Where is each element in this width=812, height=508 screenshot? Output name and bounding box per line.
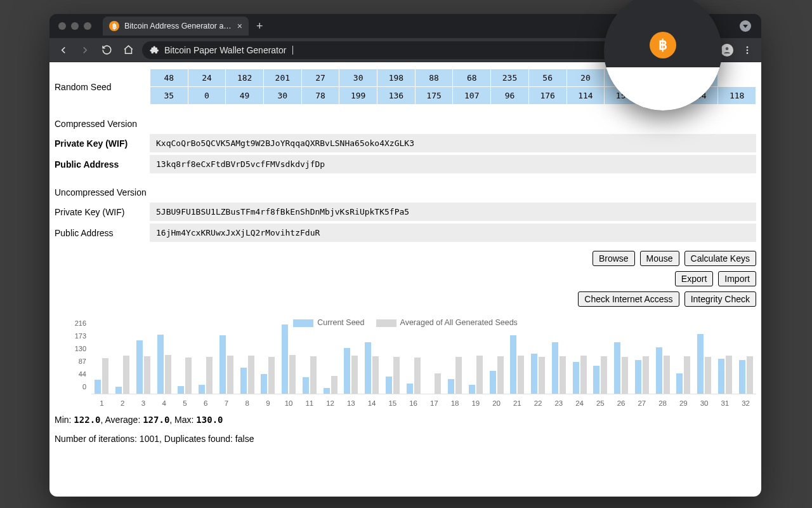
bar-current-seed: [490, 371, 496, 394]
bar-group: [299, 356, 320, 394]
bar-current-seed: [344, 348, 350, 394]
seed-cell: 88: [415, 69, 453, 87]
bar-averaged-seed: [289, 355, 296, 394]
reload-button[interactable]: [99, 43, 114, 58]
bar-averaged-seed: [144, 356, 150, 394]
y-tick: 44: [79, 370, 86, 378]
bar-current-seed: [199, 385, 205, 394]
bar-current-seed: [676, 373, 683, 394]
bar-current-seed: [365, 342, 371, 394]
calculate-keys-button[interactable]: Calculate Keys: [684, 251, 756, 266]
browser-tab[interactable]: ฿ Bitcoin Address Generator and ×: [103, 17, 249, 36]
compressed-private-key-value[interactable]: KxqCoQrBo5QCVK5AMgt9W2BJoYRqqaQXRBvLSNHa…: [150, 134, 756, 152]
close-window-icon[interactable]: [58, 22, 66, 30]
x-tick: 10: [278, 399, 299, 407]
uncompressed-public-address-value[interactable]: 16jHm4YcxKRUwxJxXjLQ2rMovihtzFduR: [150, 224, 756, 242]
bar-group: [258, 357, 278, 394]
x-tick: 7: [216, 399, 237, 407]
seed-cell: 107: [453, 87, 491, 105]
menu-button[interactable]: [740, 43, 755, 58]
y-tick: 173: [75, 332, 86, 340]
bar-averaged-seed: [455, 357, 462, 394]
bar-averaged-seed: [435, 373, 441, 394]
bar-averaged-seed: [310, 356, 317, 394]
bar-averaged-seed: [560, 356, 566, 394]
x-tick: 13: [341, 399, 362, 407]
seed-cell: 68: [453, 69, 491, 87]
x-tick: 25: [590, 399, 611, 407]
window-controls: [58, 22, 91, 30]
bar-averaged-seed: [123, 356, 129, 394]
bar-group: [445, 357, 466, 394]
bar-averaged-seed: [102, 358, 108, 394]
x-tick: 28: [652, 399, 673, 407]
x-tick: 5: [174, 399, 195, 407]
bar-averaged-seed: [185, 358, 192, 394]
svg-point-1: [747, 46, 749, 48]
x-tick: 18: [445, 399, 466, 407]
bar-current-seed: [697, 334, 704, 394]
bar-group: [611, 342, 632, 394]
bar-averaged-seed: [414, 358, 421, 394]
bar-group: [549, 342, 570, 394]
check-internet-button[interactable]: Check Internet Access: [578, 291, 679, 307]
bar-group: [278, 324, 299, 394]
bar-averaged-seed: [622, 357, 628, 394]
import-button[interactable]: Import: [718, 271, 756, 286]
x-tick: 12: [320, 399, 341, 407]
seed-cell: 201: [263, 69, 301, 87]
bar-group: [320, 376, 341, 394]
bar-group: [154, 335, 174, 394]
tab-search-icon[interactable]: [740, 20, 751, 32]
uncompressed-private-key-label: Private Key (WIF): [55, 207, 150, 217]
mouse-button[interactable]: Mouse: [640, 251, 679, 266]
uncompressed-private-key-value[interactable]: 5JBU9FU1BSU1LZBusTFm4rf8fBkEnShDnMbjvKsR…: [150, 203, 756, 221]
integrity-check-button[interactable]: Integrity Check: [684, 291, 756, 307]
home-button[interactable]: [121, 43, 136, 58]
x-tick: 21: [507, 399, 528, 407]
x-tick: 1: [91, 399, 112, 407]
bar-current-seed: [656, 347, 662, 394]
zoom-window-icon[interactable]: [84, 22, 91, 30]
seed-cell: 96: [491, 87, 529, 105]
x-tick: 29: [673, 399, 694, 407]
bar-averaged-seed: [331, 376, 337, 394]
legend-label-current: Current Seed: [317, 318, 364, 327]
bar-averaged-seed: [268, 357, 275, 394]
back-button[interactable]: [56, 43, 71, 58]
compressed-private-key-label: Private Key (WIF): [55, 138, 150, 149]
bitcoin-icon: ฿: [109, 21, 119, 31]
compressed-heading: Compressed Version: [55, 119, 756, 129]
export-button[interactable]: Export: [675, 271, 713, 286]
compressed-public-address-value[interactable]: 13kq8rf8eCxFtdBVrD5vcfFMVsdkdvjfDp: [150, 155, 756, 173]
bar-averaged-seed: [165, 355, 171, 394]
seed-cell: 176: [528, 87, 566, 105]
bar-group: [715, 356, 736, 394]
bar-group: [174, 358, 195, 394]
x-tick: 23: [549, 399, 570, 407]
x-tick: 26: [611, 399, 632, 407]
tab-title: Bitcoin Address Generator and: [124, 22, 232, 30]
bar-averaged-seed: [601, 356, 607, 394]
bar-group: [362, 342, 383, 394]
new-tab-button[interactable]: +: [256, 20, 263, 33]
bar-averaged-seed: [684, 356, 690, 394]
bar-group: [216, 335, 237, 394]
bar-group: [569, 356, 590, 394]
x-tick: 8: [237, 399, 258, 407]
x-tick: 17: [424, 399, 445, 407]
profile-button[interactable]: [721, 44, 733, 57]
seed-cell: 175: [415, 87, 453, 105]
random-seed-label: Random Seed: [55, 82, 150, 92]
bar-current-seed: [261, 374, 267, 394]
seed-cell: 20: [566, 69, 605, 87]
uncompressed-public-address-label: Public Address: [55, 228, 150, 238]
bar-current-seed: [635, 360, 641, 394]
x-tick: 2: [112, 399, 133, 407]
bar-group: [528, 354, 549, 394]
forward-button[interactable]: [77, 43, 93, 58]
close-tab-icon[interactable]: ×: [237, 21, 242, 31]
minimize-window-icon[interactable]: [71, 22, 79, 30]
seed-cell: 136: [377, 87, 416, 105]
browse-button[interactable]: Browse: [593, 251, 635, 266]
